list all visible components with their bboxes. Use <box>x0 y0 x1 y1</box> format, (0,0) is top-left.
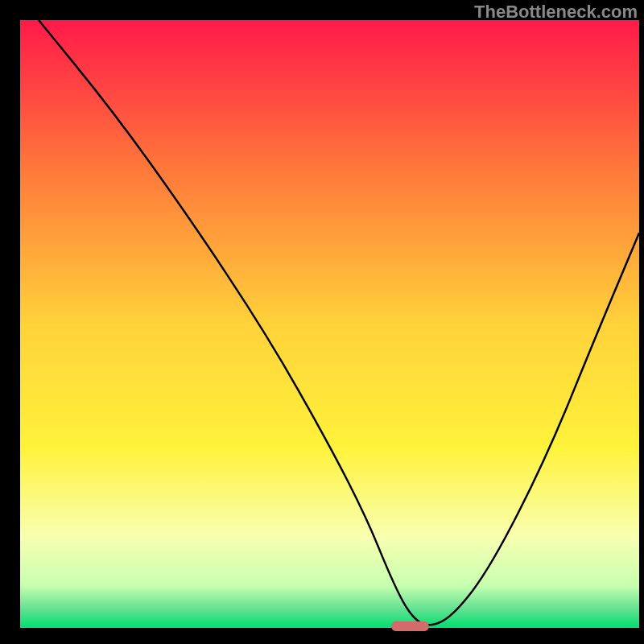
watermark-text: TheBottleneck.com <box>474 2 638 23</box>
chart-svg <box>0 0 644 644</box>
optimal-marker <box>391 621 428 631</box>
